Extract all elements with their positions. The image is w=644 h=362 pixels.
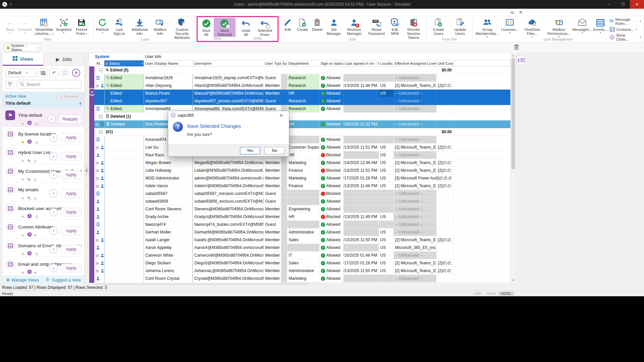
view-item-my-emails[interactable]: My emails ★ ✎ ☺ i Apply: [3, 183, 84, 201]
vertical-scrollbar[interactable]: ▲ ▼: [510, 53, 515, 283]
user-row-hoserax974[interactable]: hoserax974 ✓Allowed -- Unlicensed --: [94, 136, 510, 144]
user-row-allan-deyoung[interactable]: ◎ ✎Edited Allan Deyoung AllanD@M365x8870…: [94, 82, 510, 90]
user-row-sabad35587[interactable]: sabad35587 sabad35587_noroasis.com#EXT#@…: [94, 190, 510, 198]
user-row-isaiah-langer[interactable]: ◎ Isaiah Langer IsaiahL@M365x88704954.On…: [94, 236, 510, 244]
info-icon[interactable]: i: [49, 134, 58, 142]
ribbon-button-reset-password[interactable]: *** Reset Password: [365, 17, 388, 36]
group-row-51[interactable]: − (51) $0.00: [94, 128, 510, 136]
sidebar-collapse-handle[interactable]: ❮: [85, 165, 89, 175]
view-selector[interactable]: System :: Status ▾: [5, 44, 40, 51]
ribbon-button-events[interactable]: Events... ▾: [593, 17, 608, 35]
user-row-conf-room-crystal[interactable]: Conf Room Crystal Crystal@M365x88704954.…: [94, 275, 510, 282]
maximize-button[interactable]: ❐: [616, 0, 630, 9]
ribbon-button-set-manager[interactable]: Set Manager: [325, 17, 343, 36]
user-row-don-pinkleber[interactable]: ◎ Deleted Don Pinkleber HR ✓Allowed 3/19…: [94, 120, 510, 128]
column-header-user-type[interactable]: User Type: [264, 60, 281, 66]
ribbon-button-create-users[interactable]: Create Users: [428, 17, 449, 36]
user-row-conf-room-stevens[interactable]: Conf Room Stevens Stevens@M365x88704954.…: [94, 205, 510, 213]
ribbon-button-delete[interactable]: Delete: [310, 17, 325, 32]
info-icon[interactable]: i: [49, 264, 58, 272]
add-view-button[interactable]: [72, 68, 81, 77]
favorite-star-icon[interactable]: ★: [21, 196, 25, 201]
view-item-domains-of-email-aliases-and-othe[interactable]: Domains of Email, Aliases and othe... ★ …: [3, 239, 84, 257]
ribbon-button-group-membership[interactable]: Group Membership... ▾: [474, 17, 500, 39]
user-row-megan-bowen[interactable]: ◎ Megan Bowen MeganB@M365x88704954.OnMic…: [94, 159, 510, 167]
collapse-group-icon[interactable]: −: [99, 130, 103, 134]
favorite-star-icon[interactable]: ★: [21, 121, 25, 126]
vertical-scroll-thumb[interactable]: [511, 58, 515, 169]
apply-button[interactable]: Apply: [61, 170, 82, 179]
user-row-grady-archie[interactable]: Grady Archie GradyA@M365x88704954.OnMicr…: [94, 213, 510, 221]
suggest-view-link[interactable]: Suggest a View: [46, 277, 81, 283]
band-user-info[interactable]: User Info: [144, 54, 161, 59]
ribbon-button-onedrive-files[interactable]: OneDrive Files... ▾: [519, 17, 546, 39]
search-input[interactable]: Search: [17, 80, 82, 89]
info-icon[interactable]: i: [49, 226, 58, 235]
ribbon-button-update-users[interactable]: Update Users: [449, 17, 471, 36]
reset-view-button[interactable]: ↶: [50, 68, 58, 77]
user-row-aaron-appleby[interactable]: Aaron Appleby AaronA@M365x88704954.onmic…: [94, 244, 510, 252]
ribbon-button-last-sign-in[interactable]: Last Sign-in: [110, 17, 129, 36]
quick-access-caret-icon[interactable]: ▾: [10, 3, 12, 6]
column-header-user-display-name[interactable]: User Display Name: [144, 60, 193, 66]
edit-columns-button[interactable]: [39, 68, 47, 77]
previous-view-button[interactable]: |< Previous: [57, 93, 82, 99]
group-row-edited-5[interactable]: − ✎Edited (5) $0.00: [94, 66, 510, 74]
ribbon-button-mailbox-permissions[interactable]: Mailbox Permissions... ▾: [546, 17, 572, 39]
preset-dropdown[interactable]: Default▾: [5, 68, 36, 77]
minimize-button[interactable]: ─: [602, 0, 616, 9]
dialog-close-icon[interactable]: ✕: [276, 113, 286, 118]
view-item-hybrid-user-list[interactable]: Hybrid User List ★ ✎ ☺ i Apply: [3, 145, 84, 164]
apply-button[interactable]: Apply: [61, 226, 82, 235]
band-system[interactable]: System: [94, 53, 144, 60]
column-header-username[interactable]: Username: [193, 60, 264, 66]
favorite-star-icon[interactable]: ★: [21, 214, 25, 219]
ribbon-button-snapshot[interactable]: Snapshot ▾: [56, 17, 71, 35]
user-row-annatimar1929[interactable]: ✎Edited Annatimar1929 Annatimar1929_dayr…: [94, 74, 510, 82]
user-row-sobaw93856[interactable]: sobaw93856 sobaw93856_exclussi.com#EXT#@…: [94, 198, 510, 205]
no-button[interactable]: No: [264, 147, 285, 154]
column-header-department[interactable]: Department: [287, 60, 319, 66]
ribbon-button-freeze-point[interactable]: Freeze Point ▾: [71, 17, 92, 36]
user-row-raul-razo[interactable]: Raul Razo HR −Blocked US -- Unlicensed -…: [94, 151, 510, 159]
column-header-last-signed-in-on-s[interactable]: Last signed in on - S...: [344, 60, 379, 66]
apply-button[interactable]: Apply: [61, 189, 82, 198]
view-item-custom-attributes[interactable]: Custom Attributes ★ » i Apply: [3, 220, 84, 239]
ribbon-button-additional-info[interactable]: Additional Info: [129, 17, 150, 36]
favorite-star-icon[interactable]: ★: [21, 177, 25, 182]
ribbon-button-undo-all[interactable]: Undo All: [239, 18, 253, 37]
view-item-blocked-user-accounts[interactable]: Blocked user accounts ★ ☺ i Apply: [3, 201, 84, 220]
side-panel-toggle[interactable]: ❮: [516, 56, 525, 64]
ribbon-button-mailbox-info[interactable]: Mailbox Info: [150, 17, 169, 36]
expand-chevrons-icon[interactable]: »: [78, 102, 83, 104]
info-icon[interactable]: i: [49, 152, 58, 160]
tab-jobs[interactable]: ▶ Jobs: [43, 53, 84, 66]
column-header-unit-cost[interactable]: Unit Cost...: [437, 60, 453, 66]
ribbon-button-edit-mfa[interactable]: Edit MFA: [388, 17, 402, 36]
info-icon[interactable]: i: [49, 245, 58, 254]
user-row-cameron-white[interactable]: ◎ Cameron White CameronW@M365x88704954.O…: [94, 252, 510, 259]
user-row-mod-administrator[interactable]: ◎ MOD Administrator admin@M365x88704954.…: [94, 174, 510, 182]
info-icon[interactable]: i: [47, 115, 56, 123]
user-row-diego-siciliani[interactable]: ◎ Diego Siciliani DiegoS@M365x88704954.O…: [94, 259, 510, 267]
ribbon-button-edit[interactable]: Edit: [280, 17, 295, 32]
group-row-deleted-1[interactable]: − Deleted (1): [94, 113, 510, 120]
pin-icon[interactable]: [518, 10, 523, 15]
ribbon-button-save-all[interactable]: Save All: [199, 18, 214, 37]
favorite-star-icon[interactable]: ★: [21, 140, 25, 145]
apply-button[interactable]: Apply: [61, 264, 82, 272]
view-item-email-and-smtp-addresses[interactable]: Email and smtp addresses ★ » i Apply: [3, 257, 84, 276]
ribbon-button-licenses[interactable]: Licenses... ▾: [501, 17, 519, 35]
ribbon-button-messages[interactable]: Messages... ▾: [572, 17, 593, 35]
clear-grid-trash-icon[interactable]: [513, 44, 520, 50]
favorite-star-icon[interactable]: ★: [21, 233, 25, 238]
ribbon-button-custom-security-attributes[interactable]: Custom Security Attributes: [169, 17, 194, 40]
tab-views[interactable]: Views: [3, 53, 43, 66]
ribbon-button-save-selected[interactable]: ✓ Save Selected: [214, 18, 236, 37]
ribbon-button-forward[interactable]: → Forward ▾: [17, 17, 32, 35]
ribbon-button-refresh[interactable]: Refresh ▾: [95, 17, 110, 35]
column-header-effective-assigned-licens[interactable]: Effective Assigned Licens...: [394, 60, 437, 66]
scroll-up-icon[interactable]: ▲: [511, 53, 515, 58]
ribbon-button-revoke-session-tokens[interactable]: Revoke Session Tokens: [402, 17, 425, 40]
ribbon-button-back[interactable]: ← Back ▾: [3, 17, 17, 35]
